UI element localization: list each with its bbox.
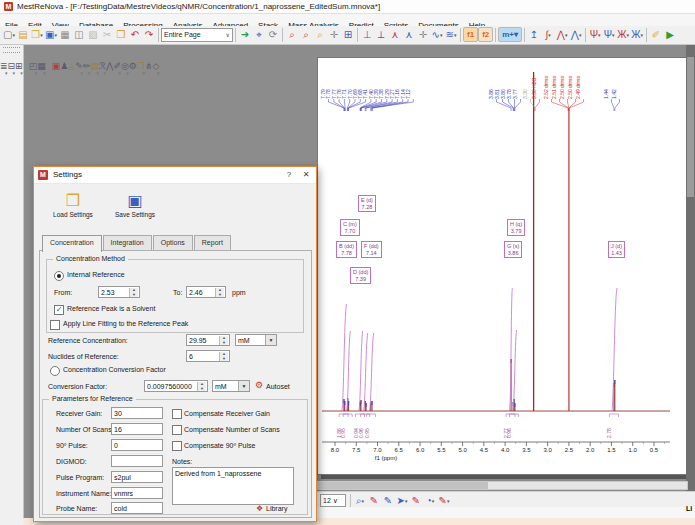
rotate-tool-icon[interactable]: ◔▾ bbox=[423, 493, 437, 508]
zoom-selection-icon[interactable]: ⌕ bbox=[313, 27, 327, 42]
script-tool-icon[interactable]: ℛ▾ bbox=[99, 61, 106, 71]
tab-report[interactable]: Report bbox=[194, 235, 231, 250]
zoom-out-icon[interactable]: ⌕ bbox=[299, 27, 313, 42]
print-preview-icon[interactable]: ◫ bbox=[72, 27, 86, 42]
refresh-icon[interactable]: ⟳ bbox=[266, 27, 280, 42]
new-page-icon[interactable]: ▤ bbox=[16, 27, 30, 42]
vertical-scrollbar-thumb[interactable] bbox=[687, 57, 694, 197]
spectrum-page[interactable]: 8.07.57.06.56.05.55.04.54.03.53.02.52.01… bbox=[317, 57, 688, 475]
autoset-button[interactable]: Autoset bbox=[266, 383, 290, 390]
reference-peak-solvent-checkbox[interactable]: ✓ bbox=[54, 305, 64, 315]
item-list-icon[interactable]: ⊟▾ bbox=[8, 61, 16, 71]
save-settings-button[interactable]: ▣ Save Settings bbox=[106, 191, 164, 231]
internal-reference-radio[interactable] bbox=[54, 271, 64, 281]
assignment-box[interactable]: G (s)3.86 bbox=[504, 241, 522, 258]
peaks-up-icon[interactable]: ⊥ bbox=[360, 27, 374, 42]
cut-icon[interactable]: ✂ bbox=[100, 27, 114, 42]
auto-threshold-icon[interactable]: ⋏ bbox=[402, 27, 416, 42]
save-icon[interactable]: ▣▾ bbox=[44, 27, 58, 42]
f1-mode-button[interactable]: f1 bbox=[463, 27, 478, 42]
analysis-1-icon[interactable]: Ψ▾ bbox=[588, 27, 602, 42]
copy-icon[interactable]: ❐ bbox=[114, 27, 128, 42]
reference-concentration-spinner[interactable]: ▲▼ bbox=[219, 336, 228, 345]
edit-script-icon[interactable]: ✐ bbox=[649, 27, 663, 42]
redo-icon[interactable]: ↷ bbox=[142, 27, 156, 42]
receiver-gain-field[interactable]: 30 bbox=[111, 407, 163, 419]
find-icon[interactable]: ⌖ bbox=[252, 27, 266, 42]
assignment-box[interactable]: J (d)1.43 bbox=[608, 241, 625, 258]
compensate-scans-checkbox[interactable] bbox=[172, 425, 182, 435]
page-layout-icon[interactable]: ≣▾ bbox=[0, 61, 8, 71]
draw-tool-icon[interactable]: ✐▾ bbox=[113, 61, 121, 71]
new-document-icon[interactable]: ▢▾ bbox=[2, 27, 16, 42]
multiplet-mode-button[interactable]: m+▾ bbox=[498, 27, 522, 42]
red-pen-3-icon[interactable]: ✎▾ bbox=[437, 493, 451, 508]
instrument-name-field[interactable]: vnmrs bbox=[111, 487, 163, 499]
analysis-2-icon[interactable]: Ψ▾ bbox=[602, 27, 616, 42]
copy-format-icon[interactable]: ❐▾ bbox=[137, 61, 145, 71]
tab-integration[interactable]: Integration bbox=[103, 235, 152, 250]
settings-tool-icon[interactable]: ⚙ bbox=[129, 61, 137, 71]
compensate-pulse-checkbox[interactable] bbox=[172, 441, 182, 451]
analysis-3-icon[interactable]: Ж▾ bbox=[616, 27, 630, 42]
annotation-list-icon[interactable]: ⊞▾ bbox=[15, 61, 23, 71]
zoom-in-icon[interactable]: ⌕ bbox=[285, 27, 299, 42]
pan-icon[interactable]: ✛ bbox=[327, 27, 341, 42]
dialog-close-button[interactable]: ✕ bbox=[299, 169, 313, 181]
tab-options[interactable]: Options bbox=[153, 235, 193, 250]
to-field[interactable]: 2.46 ▲▼ bbox=[186, 286, 226, 298]
nuclides-spinner[interactable]: ▲▼ bbox=[219, 352, 228, 361]
overlay-plot-icon[interactable]: ≋▾ bbox=[444, 27, 458, 42]
reference-concentration-unit-combo[interactable]: mM ▼ bbox=[235, 334, 277, 346]
page-zoom-combo[interactable]: Entire Page∨ bbox=[161, 28, 233, 42]
pen-tool-icon[interactable]: ✎▾ bbox=[75, 61, 83, 71]
reference-concentration-field[interactable]: 29.95 ▲▼ bbox=[186, 334, 230, 346]
conversion-factor-unit-combo[interactable]: mM ▼ bbox=[212, 380, 250, 392]
apply-line-fitting-checkbox[interactable] bbox=[50, 320, 60, 330]
blue-pen-icon[interactable]: ✎ bbox=[381, 493, 395, 508]
zoom-tool-icon[interactable]: ⌕▾ bbox=[353, 493, 367, 508]
report-tool-icon[interactable]: ▤▾ bbox=[90, 61, 99, 71]
to-spinner[interactable]: ▲▼ bbox=[215, 288, 224, 297]
fit-page-icon[interactable]: ➜ bbox=[238, 27, 252, 42]
analysis-4-icon[interactable]: Ж▾ bbox=[630, 27, 644, 42]
assignment-box[interactable]: E (d)7.28 bbox=[358, 195, 376, 212]
toolbar-drag-handle[interactable] bbox=[3, 47, 20, 53]
horizontal-scrollbar-thumb[interactable] bbox=[318, 482, 488, 489]
table-tool-icon[interactable]: ▦▾ bbox=[37, 61, 46, 71]
stack-plot-icon[interactable]: ∿▾ bbox=[430, 27, 444, 42]
paste-icon[interactable]: ▧ bbox=[86, 27, 100, 42]
f2-mode-button[interactable]: f2 bbox=[478, 27, 493, 42]
red-pen-2-icon[interactable]: ✎ bbox=[409, 493, 423, 508]
integration-icon[interactable]: ∫▾ bbox=[541, 27, 555, 42]
from-spinner[interactable]: ▲▼ bbox=[129, 288, 138, 297]
assignment-box[interactable]: C (m)7.70 bbox=[340, 219, 360, 236]
manual-threshold-icon[interactable]: ⋏ bbox=[388, 27, 402, 42]
pulse-program-field[interactable]: s2pul bbox=[111, 471, 163, 483]
frame-tool-icon[interactable]: ◰▾ bbox=[29, 61, 38, 71]
nuclides-field[interactable]: 6 ▲▼ bbox=[186, 350, 230, 362]
assignment-box[interactable]: H (q)3.79 bbox=[507, 219, 525, 236]
probe-name-field[interactable]: cold bbox=[111, 502, 163, 514]
peaks-down-icon[interactable]: ⟂ bbox=[374, 27, 388, 42]
binning-icon[interactable]: ⋀▾ bbox=[569, 27, 583, 42]
full-view-icon[interactable]: ⊞ bbox=[341, 27, 355, 42]
conversion-factor-spinner[interactable]: ▲▼ bbox=[197, 382, 206, 391]
print-icon[interactable]: ▦ bbox=[58, 27, 72, 42]
from-field[interactable]: 2.53 ▲▼ bbox=[98, 286, 140, 298]
title-block-icon[interactable]: ▣ bbox=[52, 61, 61, 71]
compensate-receiver-gain-checkbox[interactable] bbox=[172, 409, 182, 419]
shape-tool-icon[interactable]: ◇▾ bbox=[152, 61, 159, 71]
red-pen-icon[interactable]: ✎ bbox=[367, 493, 381, 508]
cursor-tool-icon[interactable]: ➤▾ bbox=[395, 493, 409, 508]
pulse-90-field[interactable]: 0 bbox=[111, 439, 163, 451]
conversion-factor-radio[interactable] bbox=[50, 366, 60, 376]
digmod-field[interactable] bbox=[111, 455, 163, 467]
assignment-box[interactable]: F (dd)7.14 bbox=[361, 241, 382, 258]
undo-icon[interactable]: ↶ bbox=[128, 27, 142, 42]
run-script-icon[interactable]: ▶ bbox=[663, 27, 677, 42]
number-of-scans-field[interactable]: 16 bbox=[111, 423, 163, 435]
conversion-factor-field[interactable]: 0.0097560000 ▲▼ bbox=[144, 380, 208, 392]
notes-textarea[interactable]: Derived from 1_naprossene bbox=[172, 467, 294, 505]
library-button[interactable]: Library bbox=[266, 505, 287, 512]
